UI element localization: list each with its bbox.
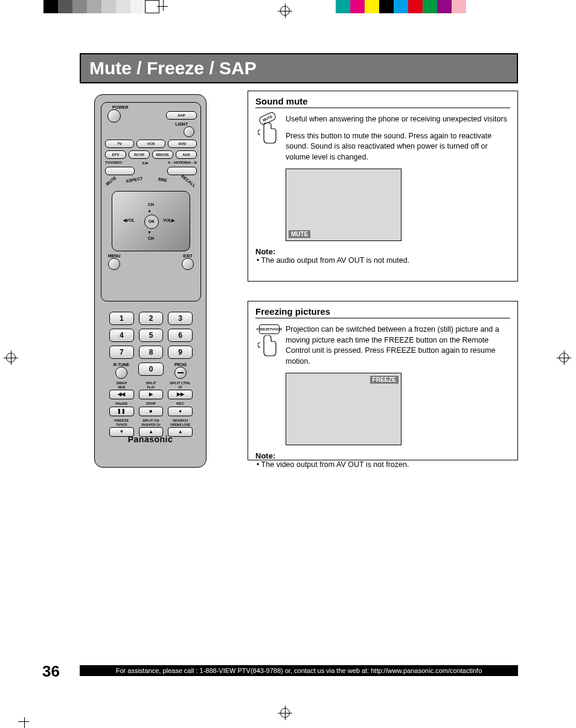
aspect-button-label: ASPECT xyxy=(126,176,143,184)
registration-mark xyxy=(278,706,296,724)
light-label: LIGHT xyxy=(166,122,197,126)
prog-label: PROG xyxy=(168,362,193,367)
menu-button xyxy=(108,258,120,270)
page-number: 36 xyxy=(42,662,60,681)
freeze-osd-illustration: FREEZE xyxy=(286,373,402,445)
play-button: ▶ xyxy=(139,390,164,399)
ok-button: OK xyxy=(144,214,159,229)
note-heading: Note: xyxy=(255,247,510,256)
vcr-button: VCR xyxy=(136,140,165,148)
freeze-section: Freezing pictures FREEZETV/VCR Projectio… xyxy=(248,301,518,460)
prog-button xyxy=(174,367,187,379)
mute-osd-illustration: MUTE xyxy=(286,169,402,241)
exit-label: EXIT xyxy=(179,254,197,258)
dvd-button: DVD xyxy=(168,140,197,148)
recall-button-label: RECALL xyxy=(181,174,197,188)
bbe-button-label: BBE xyxy=(158,177,168,182)
sap-button: SAP xyxy=(166,111,197,120)
up-arrow-icon: ▲ xyxy=(147,208,152,213)
dpad: CH ▲ ◀VOL OK VOL▶ ▼ CH xyxy=(112,191,190,251)
printer-color-bars-right xyxy=(336,0,481,13)
rtune-label: R-TUNE xyxy=(109,362,133,367)
note-heading: Note: xyxy=(255,451,510,460)
sound-mute-section: Sound mute MUTE Useful when answering th… xyxy=(248,91,518,282)
stop-button: ■ xyxy=(139,407,164,416)
num-3: 3 xyxy=(168,312,193,325)
num-6: 6 xyxy=(168,329,193,342)
num-1: 1 xyxy=(109,312,134,325)
num-2: 2 xyxy=(139,312,164,325)
ff-button: ▶▶ xyxy=(168,390,193,399)
mute-press-icon: MUTE xyxy=(255,114,280,144)
freeze-osd-tag: FREEZE xyxy=(370,376,398,384)
num-5: 5 xyxy=(139,329,164,342)
page-title: Mute / Freeze / SAP xyxy=(81,54,517,82)
freeze-heading: Freezing pictures xyxy=(255,306,510,318)
num-9: 9 xyxy=(168,346,193,359)
freeze-press-icon: FREEZETV/VCR xyxy=(255,324,280,355)
rtune-button xyxy=(115,367,127,379)
page-title-box: Mute / Freeze / SAP xyxy=(80,53,518,83)
num-4: 4 xyxy=(109,329,134,342)
exit-button xyxy=(182,258,194,270)
footer-assistance: For assistance, please call : 1-888-VIEW… xyxy=(80,665,518,676)
dtv-button: DTV xyxy=(105,150,126,159)
registration-mark xyxy=(278,4,296,22)
crop-mark xyxy=(18,710,36,728)
num-8: 8 xyxy=(139,346,164,359)
registration-mark xyxy=(4,350,22,369)
down-arrow-icon: ▼ xyxy=(147,230,152,234)
sound-mute-note: • The audio output from AV OUT is not mu… xyxy=(257,256,510,265)
power-button xyxy=(107,109,121,123)
light-button xyxy=(184,126,194,137)
dbscbl-button: DBS/CBL xyxy=(152,150,173,159)
panasonic-logo: Panasonic xyxy=(95,434,206,444)
mute-button-label: MUTE xyxy=(105,176,117,187)
sound-mute-para2: Press this button to mute the sound. Pre… xyxy=(286,131,510,163)
remote-control-illustration: POWER SAP LIGHT TV VCR DVD DTV RCVR DBS/… xyxy=(94,94,206,468)
mute-osd-tag: MUTE xyxy=(289,230,310,238)
antenna-label: A - ANTENNA - B xyxy=(168,161,197,165)
tv-button: TV xyxy=(105,140,134,148)
printer-color-bars-left xyxy=(43,0,159,13)
pause-button: ❚❚ xyxy=(109,407,134,416)
tvvideo-button xyxy=(105,167,135,175)
registration-mark xyxy=(557,350,575,369)
sound-mute-para1: Useful when answering the phone or recei… xyxy=(286,114,510,125)
num-7: 7 xyxy=(109,346,134,359)
freeze-note: • The video output from AV OUT is not fr… xyxy=(257,460,510,469)
crop-mark xyxy=(157,0,175,18)
sound-mute-heading: Sound mute xyxy=(255,96,510,108)
aux-button: AUX xyxy=(176,150,197,159)
sd-logo-icon: S≫ xyxy=(122,161,168,165)
freeze-para1: Projection can be switched between a fro… xyxy=(286,324,510,367)
menu-label: MENU xyxy=(105,254,123,258)
rew-button: ◀◀ xyxy=(109,390,134,399)
tvvideo-label: TV/VIDEO xyxy=(105,161,122,165)
rec-button: ● xyxy=(168,407,193,416)
power-label: POWER xyxy=(105,105,136,109)
num-0: 0 xyxy=(138,362,164,376)
rcvr-button: RCVR xyxy=(129,150,150,159)
